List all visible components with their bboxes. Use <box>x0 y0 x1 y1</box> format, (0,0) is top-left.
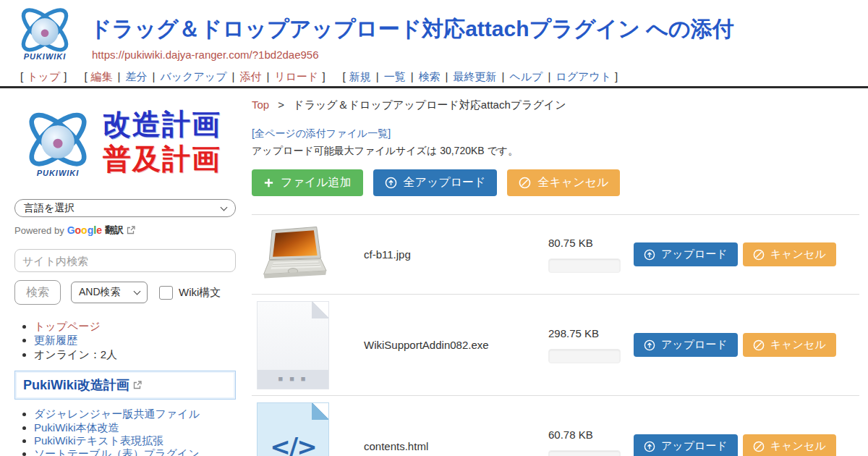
sidebar-plugin-links: ダジャレンジャー版共通ファイルPukiWiki本体改造PukiWikiテキスト表… <box>14 408 240 456</box>
language-select-value: 言語を選択 <box>24 202 75 215</box>
site-search-input[interactable] <box>14 249 236 272</box>
plus-icon <box>263 177 274 188</box>
sidebar-link[interactable]: ダジャレンジャー版共通ファイル <box>34 408 200 420</box>
max-upload-size-text: アップロード可能最大ファイルサイズは 30,720KB です。 <box>252 145 859 158</box>
generic-file-icon: ■ ■ ■ <box>257 301 329 389</box>
google-letter: g <box>88 224 94 236</box>
nav-separator: ] <box>322 70 325 83</box>
file-size: 298.75 KB <box>548 327 634 339</box>
wiki-syntax-label: Wiki構文 <box>179 286 221 300</box>
nav-link[interactable]: 新規 <box>349 70 371 83</box>
upload-button[interactable]: アップロード <box>634 333 738 357</box>
progress-bar <box>548 450 621 456</box>
nav-separator: | <box>118 70 121 83</box>
sidebar-banner-logo[interactable]: PUKIWIKI 改造計画 普及計画 <box>14 96 240 188</box>
nav-link[interactable]: 検索 <box>419 70 441 83</box>
sidebar-link[interactable]: PukiWiki本体改造 <box>34 421 119 434</box>
nav-separator: [ <box>343 70 346 83</box>
main-content: Top > ドラッグ＆ドロップアップロード対応attachプラグイン [全ページ… <box>252 96 859 456</box>
and-search-select[interactable]: AND検索 <box>71 282 148 303</box>
wiki-nav-bar: [トップ][編集|差分|バックアップ|添付|リロード][新規|一覧|検索|最終更… <box>12 70 626 84</box>
file-size: 80.75 KB <box>548 237 634 249</box>
sidebar: PUKIWIKI 改造計画 普及計画 言語を選択 Powered by Goog… <box>14 96 240 456</box>
sidebar-link[interactable]: PukiWikiテキスト表現拡張 <box>34 434 163 447</box>
nav-separator: ] <box>615 70 618 83</box>
sidebar-link[interactable]: トップページ <box>34 320 101 332</box>
progress-bar <box>548 258 621 273</box>
nav-link[interactable]: リロード <box>274 70 318 83</box>
nav-separator: | <box>152 70 155 83</box>
atom-icon <box>17 106 98 177</box>
nav-link[interactable]: 添付 <box>239 70 261 83</box>
ellipsis-dots: ■ ■ ■ <box>278 375 307 383</box>
nav-separator: ] <box>64 70 67 83</box>
file-row: </> contents.html 60.78 KB アップロード <box>252 395 859 456</box>
upload-all-button[interactable]: 全アップロード <box>373 169 498 196</box>
file-row: ■ ■ ■ WikiSupportAddin082.exe 298.75 KB … <box>252 294 859 395</box>
sidebar-heading-link[interactable]: PukiWiki改造計画 <box>14 371 236 400</box>
upload-button[interactable]: アップロード <box>634 434 738 456</box>
cancel-button[interactable]: キャンセル <box>743 333 836 357</box>
powered-by-google: Powered by Google 翻訳 <box>14 224 240 237</box>
translate-link[interactable]: 翻訳 <box>105 224 124 237</box>
wiki-syntax-checkbox[interactable] <box>159 286 173 300</box>
banner-slogan: 改造計画 普及計画 <box>103 107 221 176</box>
google-letter: o <box>81 224 88 236</box>
page-url-link[interactable]: https://pukiwiki.dajya-ranger.com/?1bd2d… <box>92 48 319 61</box>
list-item: ソートテーブル（表）プラグイン <box>34 447 240 456</box>
nav-separator: | <box>548 70 550 83</box>
nav-link[interactable]: 一覧 <box>384 70 406 83</box>
add-file-button[interactable]: ファイル追加 <box>252 169 363 196</box>
ban-icon <box>519 177 531 189</box>
header-divider <box>0 86 868 88</box>
sidebar-link[interactable]: 更新履歴 <box>34 334 77 346</box>
sidebar-link[interactable]: ソートテーブル（表）プラグイン <box>34 447 200 456</box>
nav-separator: | <box>266 70 269 83</box>
file-name: WikiSupportAddin082.exe <box>364 339 548 351</box>
nav-link[interactable]: ログアウト <box>556 70 611 83</box>
ban-icon <box>753 339 765 351</box>
chevron-down-icon <box>221 203 228 211</box>
upload-toolbar: ファイル追加 全アップロード 全キャンセル <box>252 169 859 196</box>
file-name: contents.html <box>364 440 548 452</box>
external-link-icon <box>127 226 135 235</box>
nav-link[interactable]: バックアップ <box>160 70 226 83</box>
breadcrumb: Top > ドラッグ＆ドロップアップロード対応attachプラグイン <box>252 96 859 112</box>
nav-link[interactable]: 差分 <box>125 70 147 83</box>
file-size: 60.78 KB <box>548 428 634 441</box>
upload-button[interactable]: アップロード <box>634 242 738 266</box>
nav-separator: | <box>446 70 448 83</box>
nav-separator: | <box>411 70 414 83</box>
cancel-button[interactable]: キャンセル <box>743 242 836 266</box>
cancel-button[interactable]: キャンセル <box>743 434 836 456</box>
sidebar-quick-links: トップページ更新履歴オンライン：2人 <box>14 320 240 360</box>
language-select[interactable]: 言語を選択 <box>14 199 236 217</box>
file-list: cf-b11.jpg 80.75 KB アップロード <box>252 214 859 456</box>
breadcrumb-separator: > <box>278 98 284 111</box>
file-name: cf-b11.jpg <box>364 248 548 261</box>
upload-circle-icon <box>644 249 655 261</box>
pukiwiki-page: PUKIWIKI ドラッグ＆ドロップアップロード対応attachプラグイン への… <box>0 0 868 456</box>
breadcrumb-top-link[interactable]: Top <box>252 98 269 111</box>
list-item: ダジャレンジャー版共通ファイル <box>34 408 240 420</box>
google-letter: o <box>75 224 82 236</box>
list-item: 更新履歴 <box>34 334 240 346</box>
nav-link[interactable]: 編集 <box>91 70 113 83</box>
nav-separator: | <box>232 70 235 83</box>
upload-circle-icon <box>644 339 655 351</box>
pukiwiki-site-logo[interactable]: PUKIWIKI <box>12 3 78 61</box>
ban-icon <box>753 249 765 261</box>
cancel-all-button[interactable]: 全キャンセル <box>507 169 620 196</box>
nav-link[interactable]: トップ <box>27 70 60 83</box>
search-button[interactable]: 検索 <box>14 280 61 305</box>
breadcrumb-current-page: ドラッグ＆ドロップアップロード対応attachプラグイン <box>293 98 566 111</box>
nav-link[interactable]: ヘルプ <box>509 70 542 83</box>
google-wordmark: Google <box>67 224 102 236</box>
list-item: PukiWikiテキスト表現拡張 <box>34 434 240 447</box>
attach-file-list-link[interactable]: [全ページの添付ファイル一覧] <box>252 127 391 140</box>
external-link-icon <box>133 381 142 389</box>
list-item: PukiWiki本体改造 <box>34 421 240 434</box>
and-search-value: AND検索 <box>79 286 121 299</box>
code-glyph: </> <box>270 432 315 456</box>
nav-link[interactable]: 最終更新 <box>453 70 496 83</box>
